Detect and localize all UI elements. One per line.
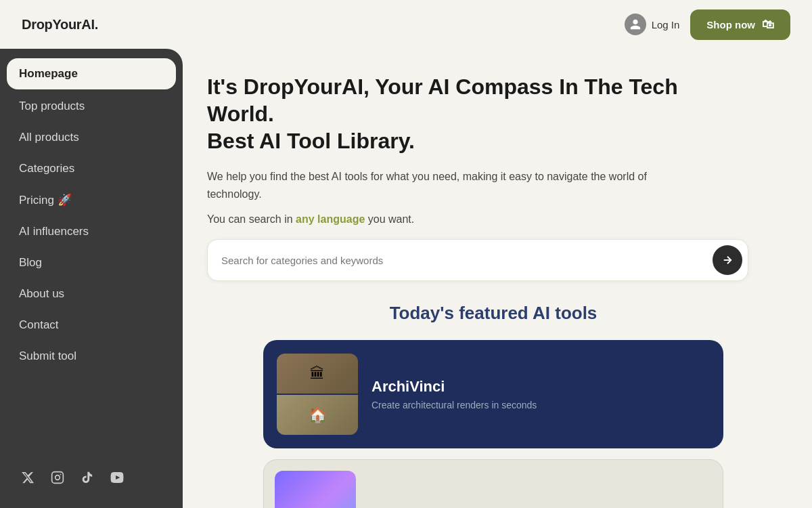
sidebar-item-about-us[interactable]: About us [0, 278, 183, 310]
arch-image-bottom [277, 395, 358, 435]
logo: DropYourAI. [22, 17, 98, 33]
sidebar-socials [0, 461, 183, 494]
search-bar [207, 239, 748, 281]
svg-point-2 [60, 474, 62, 475]
sidebar-item-ai-influencers-label: AI influencers [19, 225, 89, 238]
tool-card-2[interactable] [263, 459, 723, 508]
svg-rect-0 [52, 472, 64, 484]
search-input[interactable] [221, 255, 713, 266]
login-button[interactable]: Log In [625, 14, 680, 35]
hero-subtitle: We help you find the best AI tools for w… [207, 168, 694, 203]
tool-2-image [275, 471, 356, 508]
sidebar-item-contact[interactable]: Contact [0, 310, 183, 341]
sidebar-item-all-products-label: All products [19, 131, 79, 144]
shop-now-button[interactable]: Shop now 🛍 [690, 9, 790, 40]
sidebar-item-top-products[interactable]: Top products [0, 91, 183, 122]
login-avatar-icon [625, 14, 646, 35]
tiktok-icon[interactable] [78, 469, 96, 486]
svg-point-1 [55, 475, 60, 480]
sidebar-item-pricing[interactable]: Pricing 🚀 [0, 184, 183, 216]
youtube-icon[interactable] [108, 469, 126, 486]
hero-title: It's DropYourAI, Your AI Compass In The … [207, 73, 681, 154]
tool-desc-archivinci: Create architectural renders in seconds [371, 400, 710, 410]
twitter-x-icon[interactable] [19, 469, 37, 486]
sidebar-item-about-us-label: About us [19, 287, 64, 301]
sidebar-item-blog[interactable]: Blog [0, 247, 183, 278]
sidebar-item-top-products-label: Top products [19, 100, 85, 113]
sidebar-item-contact-label: Contact [19, 318, 59, 332]
sidebar-item-blog-label: Blog [19, 256, 42, 270]
sidebar-spacer [0, 372, 183, 461]
top-nav: DropYourAI. Log In Shop now 🛍 [0, 0, 812, 49]
sidebar-item-categories-label: Categories [19, 162, 74, 175]
nav-right: Log In Shop now 🛍 [625, 9, 790, 40]
sidebar: Homepage Top products All products Categ… [0, 49, 183, 508]
archivinci-image [277, 354, 358, 435]
arch-image-top [277, 354, 358, 394]
shop-label: Shop now [706, 19, 755, 30]
sidebar-item-ai-influencers[interactable]: AI influencers [0, 216, 183, 247]
shopping-bag-icon: 🛍 [762, 18, 774, 32]
search-submit-button[interactable] [713, 245, 742, 275]
search-lang-line: You can search in any language you want. [207, 213, 780, 226]
sidebar-item-submit-tool[interactable]: Submit tool [0, 341, 183, 372]
sidebar-item-homepage-label: Homepage [19, 67, 78, 81]
instagram-icon[interactable] [49, 469, 66, 486]
sidebar-item-submit-tool-label: Submit tool [19, 350, 76, 363]
sidebar-item-homepage[interactable]: Homepage [7, 58, 176, 89]
tool-card-archivinci[interactable]: ArchiVinci Create architectural renders … [263, 340, 723, 448]
sidebar-item-all-products[interactable]: All products [0, 122, 183, 153]
tool-info-archivinci: ArchiVinci Create architectural renders … [371, 378, 710, 410]
featured-title: Today's featured AI tools [207, 303, 780, 324]
highlight-any-language: any language [296, 213, 365, 225]
sidebar-item-pricing-label: Pricing 🚀 [19, 193, 72, 207]
main-content: It's DropYourAI, Your AI Compass In The … [183, 49, 812, 508]
login-label: Log In [652, 19, 680, 30]
sidebar-item-categories[interactable]: Categories [0, 153, 183, 184]
tool-name-archivinci: ArchiVinci [371, 378, 710, 396]
main-layout: Homepage Top products All products Categ… [0, 49, 812, 508]
